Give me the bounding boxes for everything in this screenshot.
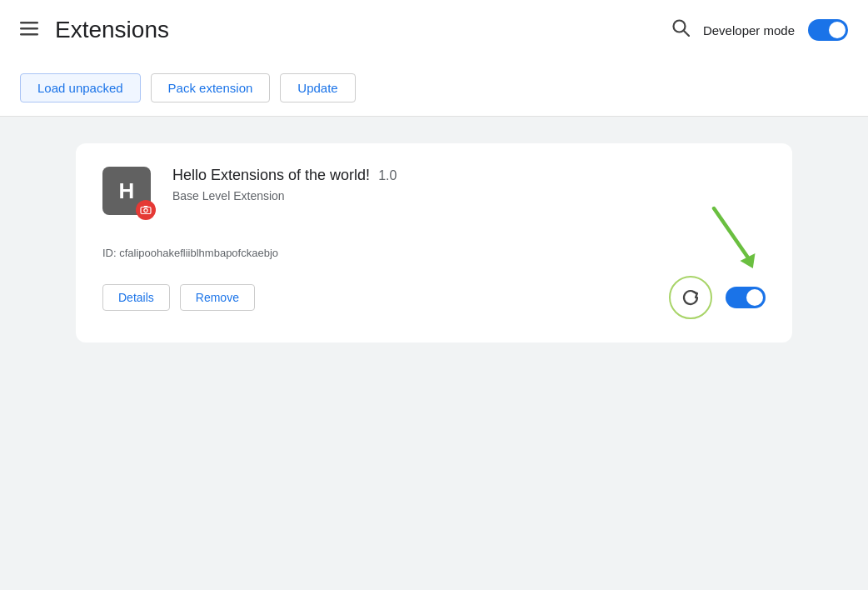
extension-name: Hello Extensions of the world! (172, 167, 370, 184)
developer-mode-toggle[interactable] (808, 19, 848, 41)
reload-button[interactable] (669, 276, 712, 319)
toolbar: Load unpacked Pack extension Update (0, 60, 868, 116)
svg-rect-7 (144, 206, 148, 208)
extension-info: Hello Extensions of the world! 1.0 Base … (172, 167, 766, 202)
svg-line-4 (683, 31, 689, 37)
load-unpacked-button[interactable]: Load unpacked (20, 73, 141, 102)
main-content: H Hello Extensions of the world! (0, 117, 868, 590)
menu-icon[interactable] (20, 19, 38, 41)
svg-rect-5 (141, 208, 151, 214)
extension-description: Base Level Extension (172, 189, 766, 202)
extension-id: ID: cfalipoohakefliiblhmbapofckaebjo (102, 247, 766, 259)
svg-point-6 (144, 208, 147, 212)
remove-button[interactable]: Remove (180, 284, 255, 311)
page: Extensions Developer mode Load unpacked … (0, 0, 868, 590)
page-title: Extensions (55, 17, 671, 43)
update-button[interactable]: Update (280, 73, 355, 102)
developer-mode-label: Developer mode (703, 23, 795, 38)
extension-card: H Hello Extensions of the world! (76, 143, 792, 342)
svg-rect-1 (20, 28, 38, 30)
extension-icon-badge (136, 200, 156, 220)
svg-rect-0 (20, 22, 38, 24)
search-icon[interactable] (671, 18, 690, 42)
reload-button-wrapper (669, 276, 712, 319)
header: Extensions Developer mode (0, 0, 868, 60)
card-actions-right (669, 276, 766, 319)
extension-icon-wrapper: H (102, 167, 156, 220)
extension-version: 1.0 (378, 168, 397, 183)
card-top: H Hello Extensions of the world! (102, 167, 766, 220)
header-right: Developer mode (671, 18, 848, 42)
details-button[interactable]: Details (102, 284, 170, 311)
extension-name-row: Hello Extensions of the world! 1.0 (172, 167, 766, 184)
pack-extension-button[interactable]: Pack extension (151, 73, 271, 102)
card-bottom: Details Remove (102, 276, 766, 319)
svg-rect-2 (20, 33, 38, 36)
extension-toggle[interactable] (726, 287, 766, 308)
